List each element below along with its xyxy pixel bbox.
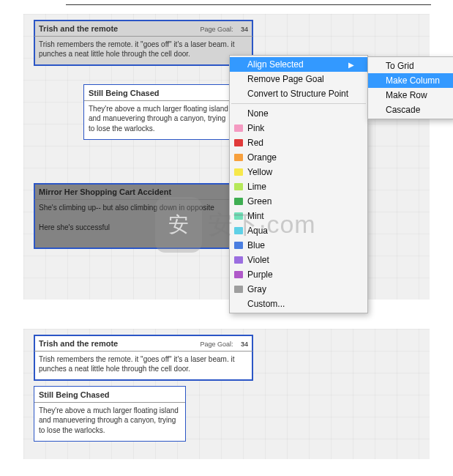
menu-color-orange[interactable]: Orange [230,150,367,165]
card-body: Trish remembers the remote. it "goes off… [34,352,252,380]
card-body: She's climbing up-- but also climbing do… [34,200,252,239]
menu-color-label: Mint [247,211,264,221]
menu-color-lime[interactable]: Lime [230,179,367,194]
color-swatch-icon [234,198,243,205]
submenu-make-column[interactable]: Make Column [368,73,453,88]
card-title: Mirror Her Shopping Cart Accident [39,187,171,198]
color-swatch-icon [234,212,243,220]
chevron-right-icon: ▶ [348,61,354,69]
card-still-chased-after[interactable]: Still Being Chased They're above a much … [34,386,186,442]
color-swatch-icon [234,286,243,293]
menu-color-label: Red [247,138,263,148]
card-mirror-accident[interactable]: Mirror Her Shopping Cart Accident She's … [34,183,253,249]
card-title: Trish and the remote [39,23,118,34]
card-meta: Page Goal: 34 [200,340,248,349]
card-title: Still Being Chased [89,88,160,99]
color-swatch-icon [234,154,243,161]
card-still-chased[interactable]: Still Being Chased They're above a much … [83,84,236,140]
menu-color-purple[interactable]: Purple [230,267,367,282]
menu-convert-structure[interactable]: Convert to Structure Point [230,86,367,101]
color-swatch-icon [234,256,243,264]
menu-color-label: Orange [247,152,277,163]
menu-color-label: Purple [247,269,273,280]
color-swatch-icon [234,139,243,146]
menu-color-violet[interactable]: Violet [230,253,367,267]
card-trish-remote-after[interactable]: Trish and the remote Page Goal: 34 Trish… [34,335,253,381]
color-swatch-icon [234,271,243,278]
context-menu[interactable]: Align Selected ▶ To Grid Make Column Mak… [229,55,368,313]
menu-remove-page-goal[interactable]: Remove Page Goal [230,72,367,86]
card-body: They're above a much larger floating isl… [34,403,185,442]
menu-color-label: Aqua [247,226,268,236]
color-swatch-icon [234,183,243,190]
menu-color-green[interactable]: Green [230,194,367,209]
menu-color-label: Violet [247,255,269,265]
menu-color-red[interactable]: Red [230,135,367,150]
menu-color-aqua[interactable]: Aqua [230,223,367,238]
menu-color-custom[interactable]: Custom... [230,297,367,311]
card-meta: Page Goal: 34 [200,25,248,34]
submenu-align[interactable]: To Grid Make Column Make Row Cascade [367,56,453,119]
menu-color-yellow[interactable]: Yellow [230,165,367,179]
card-title: Trish and the remote [39,338,118,349]
menu-separator [231,103,366,104]
menu-color-gray[interactable]: Gray [230,282,367,297]
menu-color-label: Pink [247,123,264,133]
menu-color-label: Lime [247,182,266,192]
canvas-bottom[interactable]: Trish and the remote Page Goal: 34 Trish… [23,329,430,459]
page-divider [66,4,431,5]
menu-align-selected[interactable]: Align Selected ▶ To Grid Make Column Mak… [230,57,367,72]
color-swatch-icon [234,242,243,249]
menu-color-none[interactable]: None [230,106,367,121]
color-swatch-icon [234,227,243,234]
color-swatch-icon [234,168,243,176]
card-body: They're above a much larger floating isl… [84,101,235,140]
menu-color-pink[interactable]: Pink [230,121,367,135]
menu-color-label: Yellow [247,167,272,177]
menu-color-label: Blue [247,240,265,250]
menu-color-label: Green [247,196,272,207]
card-title: Still Being Chased [39,390,110,401]
card-body: Trish remembers the remote. it "goes off… [34,37,252,65]
submenu-cascade[interactable]: Cascade [368,103,453,117]
menu-color-label: Gray [247,284,266,294]
menu-color-blue[interactable]: Blue [230,238,367,253]
canvas-top[interactable]: Trish and the remote Page Goal: 34 Trish… [23,14,430,300]
card-trish-remote[interactable]: Trish and the remote Page Goal: 34 Trish… [34,20,253,66]
submenu-to-grid[interactable]: To Grid [368,59,453,73]
color-swatch-icon [234,124,243,132]
submenu-make-row[interactable]: Make Row [368,88,453,103]
menu-color-mint[interactable]: Mint [230,209,367,223]
